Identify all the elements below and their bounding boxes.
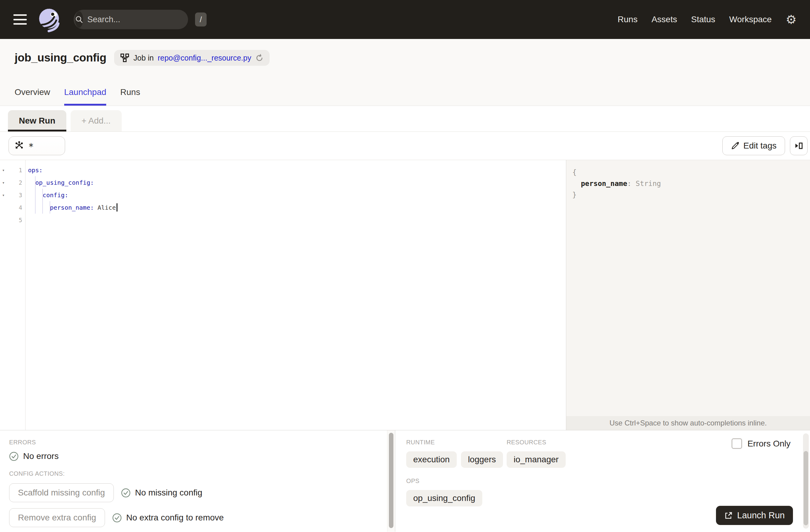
autocomplete-hint: Use Ctrl+Space to show auto-completions …	[566, 416, 810, 430]
tab-launchpad[interactable]: Launchpad	[64, 87, 107, 106]
errors-label: ERRORS	[9, 439, 387, 446]
code-line: person_name:Alice	[26, 201, 566, 214]
code-line	[26, 214, 566, 226]
search-icon	[75, 11, 83, 28]
fold-arrow-icon[interactable]: ▾	[0, 180, 9, 185]
reload-icon[interactable]	[255, 54, 263, 62]
nav-link-runs[interactable]: Runs	[618, 15, 637, 25]
fold-arrow-icon[interactable]: ▾	[0, 193, 9, 197]
fold-arrow-icon[interactable]: ▾	[0, 168, 9, 173]
schema-field-name[interactable]: person_name	[581, 180, 627, 188]
check-circle-icon	[9, 452, 19, 461]
config-schema-panel: { person_name: String } Use Ctrl+Space t…	[566, 160, 810, 430]
tab-overview[interactable]: Overview	[15, 87, 50, 106]
job-origin-badge: Job in repo@config..._resource.py	[114, 50, 269, 66]
dagster-logo[interactable]	[37, 7, 63, 32]
runtime-tag-execution[interactable]: execution	[406, 451, 457, 468]
job-header: job_using_config Job in repo@config..._r…	[0, 39, 810, 106]
errors-only-label: Errors Only	[747, 439, 791, 449]
panel-toggle-icon	[794, 141, 803, 150]
op-selector-value: *	[28, 141, 34, 152]
errors-section: ERRORS No errors CONFIG ACTIONS: Scaffol…	[0, 430, 387, 532]
tab-runs[interactable]: Runs	[120, 87, 140, 106]
badge-prefix: Job in	[133, 53, 154, 62]
run-config-sections: RUNTIME execution loggers RESOURCES io_m…	[395, 430, 810, 532]
missing-config-status: No missing config	[121, 488, 202, 498]
check-circle-icon	[112, 513, 122, 522]
no-errors-status: No errors	[9, 451, 387, 461]
schema-close-brace: }	[572, 189, 810, 200]
op-selector-input[interactable]: *	[9, 136, 65, 155]
add-session-tab[interactable]: + Add...	[70, 110, 122, 131]
launch-run-button[interactable]: Launch Run	[716, 506, 793, 525]
top-navbar: / Runs Assets Status Workspace ⚙	[0, 0, 810, 39]
bottom-panel: ERRORS No errors CONFIG ACTIONS: Scaffol…	[0, 430, 810, 532]
launchpad-main: ▾1 ▾2 ▾3 4 5 ops: op_using_config: confi…	[0, 160, 810, 430]
nav-link-assets[interactable]: Assets	[651, 15, 677, 25]
menu-icon[interactable]	[13, 14, 27, 25]
config-actions-label: CONFIG ACTIONS:	[9, 470, 387, 477]
launch-run-label: Launch Run	[737, 511, 785, 520]
check-circle-icon	[121, 488, 131, 498]
launchpad-session-tabs: New Run + Add...	[0, 106, 810, 132]
launch-icon	[724, 511, 733, 520]
config-panel-toggle-button[interactable]	[790, 136, 808, 155]
resource-tag-io-manager[interactable]: io_manager	[507, 451, 566, 468]
scaffold-missing-config-button[interactable]: Scaffold missing config	[9, 483, 114, 502]
nav-link-status[interactable]: Status	[691, 15, 715, 25]
op-selector-icon	[14, 141, 25, 151]
indent-guide	[35, 176, 36, 214]
config-editor[interactable]: ▾1 ▾2 ▾3 4 5 ops: op_using_config: confi…	[0, 160, 566, 430]
runtime-tag-loggers[interactable]: loggers	[461, 451, 503, 468]
repo-link[interactable]: repo@config..._resource.py	[158, 53, 251, 62]
line-number: 2	[9, 179, 25, 186]
line-number: 4	[9, 204, 25, 211]
indent-guide	[50, 201, 50, 214]
search-box[interactable]: /	[74, 10, 188, 29]
schema-open-brace: {	[572, 167, 810, 178]
errors-only-control: Errors Only	[731, 438, 791, 449]
page-title: job_using_config	[15, 51, 106, 64]
line-number: 5	[9, 217, 25, 223]
runtime-label: RUNTIME	[406, 439, 507, 446]
schema-field-type: String	[636, 180, 661, 188]
resources-label: RESOURCES	[507, 439, 566, 446]
errors-only-checkbox[interactable]	[731, 438, 742, 449]
text-cursor	[116, 203, 117, 211]
schema-separator: :	[627, 180, 631, 188]
editor-gutter: ▾1 ▾2 ▾3 4 5	[0, 160, 26, 430]
line-number: 1	[9, 167, 25, 174]
left-panel-scrollbar[interactable]	[387, 430, 395, 532]
right-panel-scrollbar[interactable]	[803, 433, 809, 529]
job-icon	[120, 53, 129, 62]
remove-extra-config-button[interactable]: Remove extra config	[9, 508, 105, 527]
gear-icon[interactable]: ⚙	[785, 13, 797, 26]
indent-guide	[42, 189, 43, 214]
session-tab-new-run[interactable]: New Run	[8, 110, 66, 131]
edit-tags-label: Edit tags	[743, 141, 777, 151]
scrollbar-thumb[interactable]	[389, 433, 393, 528]
nav-link-workspace[interactable]: Workspace	[729, 15, 772, 25]
schema-code: { person_name: String }	[566, 160, 810, 200]
scrollbar-thumb[interactable]	[804, 451, 808, 525]
editor-code[interactable]: ops: op_using_config: config: person_nam…	[26, 160, 566, 430]
pencil-icon	[731, 142, 740, 150]
code-line: ops:	[26, 164, 566, 176]
search-input[interactable]	[83, 15, 195, 25]
line-number: 3	[9, 192, 25, 198]
job-tabs: Overview Launchpad Runs	[15, 87, 140, 106]
search-shortcut-key: /	[195, 13, 207, 27]
extra-config-status: No extra config to remove	[112, 513, 224, 522]
no-errors-text: No errors	[23, 451, 59, 461]
ops-tag-op-using-config[interactable]: op_using_config	[406, 490, 482, 506]
edit-tags-button[interactable]: Edit tags	[723, 136, 785, 155]
ops-label: OPS	[406, 478, 810, 485]
launchpad-toolbar: * Edit tags	[0, 132, 810, 160]
code-line: op_using_config:	[26, 176, 566, 189]
code-line: config:	[26, 189, 566, 201]
